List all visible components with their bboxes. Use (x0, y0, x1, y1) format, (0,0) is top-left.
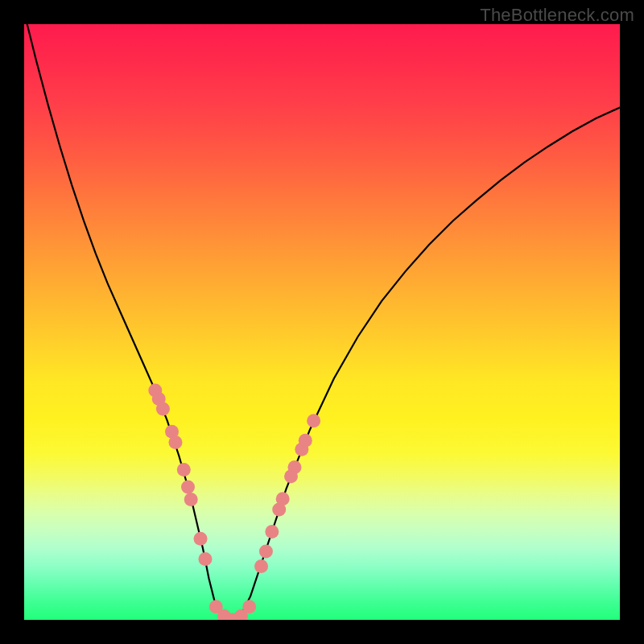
curve-layer (24, 24, 620, 620)
data-marker (184, 493, 198, 506)
data-marker (287, 460, 301, 474)
data-marker (177, 463, 191, 477)
data-marker (259, 544, 273, 558)
marker-group (148, 384, 320, 620)
data-marker (194, 532, 208, 546)
data-marker (242, 600, 256, 613)
plot-area (24, 24, 620, 620)
bottleneck-curve (24, 24, 620, 620)
data-marker (307, 414, 320, 427)
data-marker (299, 434, 312, 448)
data-marker (168, 436, 182, 449)
data-marker (276, 492, 290, 506)
data-marker (254, 559, 268, 573)
data-marker (181, 480, 195, 493)
chart-container: TheBottleneck.com (0, 0, 644, 644)
watermark-text: TheBottleneck.com (480, 5, 634, 26)
data-marker (198, 552, 212, 566)
data-marker (156, 402, 170, 416)
data-marker (265, 525, 279, 539)
